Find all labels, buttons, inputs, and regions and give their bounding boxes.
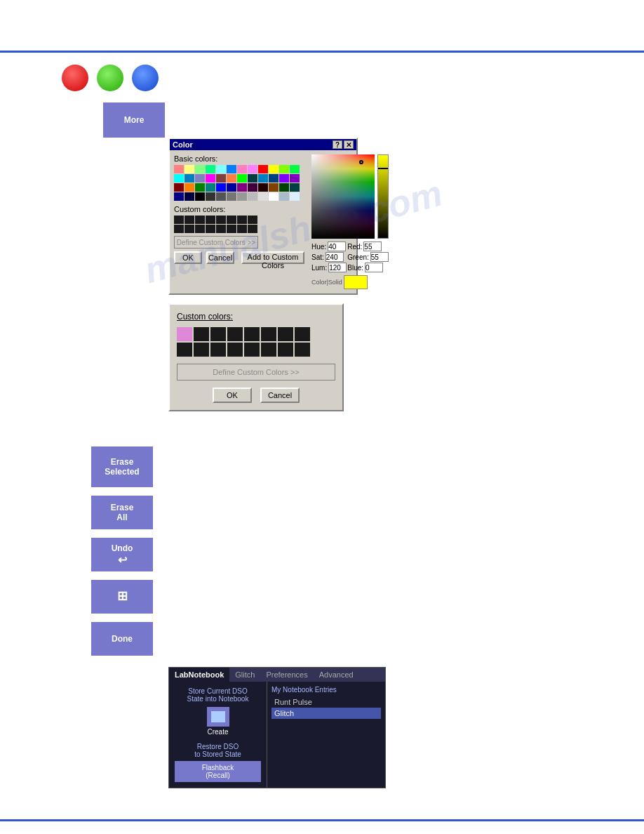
custom-cell[interactable] <box>237 225 247 233</box>
color-cell[interactable] <box>237 165 247 173</box>
color-cell[interactable] <box>185 192 194 201</box>
color-cell[interactable] <box>195 174 205 183</box>
color-cell[interactable] <box>237 183 247 192</box>
add-to-custom-button[interactable]: Add to Custom Colors <box>241 251 304 264</box>
green-input[interactable] <box>370 252 389 262</box>
color-cell[interactable] <box>185 174 194 183</box>
color-cell[interactable] <box>227 174 236 183</box>
color-cell[interactable] <box>269 165 279 173</box>
erase-all-button[interactable]: Erase All <box>91 496 153 529</box>
custom-cell[interactable] <box>248 216 257 224</box>
custom-mini-cell[interactable] <box>194 327 209 341</box>
custom-mini-cell[interactable] <box>210 327 226 341</box>
tab-advanced[interactable]: Advanced <box>314 668 359 682</box>
color-cell[interactable] <box>290 192 300 201</box>
color-cell[interactable] <box>237 192 247 201</box>
more-button[interactable]: More <box>103 102 165 138</box>
custom-mini-cell[interactable] <box>194 343 209 357</box>
custom-cell[interactable] <box>174 216 184 224</box>
tab-preferences[interactable]: Preferences <box>260 668 313 682</box>
color-cell[interactable] <box>195 183 205 192</box>
custom-cell[interactable] <box>185 225 194 233</box>
custom-cell[interactable] <box>206 225 215 233</box>
color-cell[interactable] <box>216 183 226 192</box>
color-cell[interactable] <box>269 174 279 183</box>
undo-button[interactable]: Undo ↩ <box>91 538 153 571</box>
tab-labnotebook[interactable]: LabNotebook <box>169 668 229 682</box>
custom-ok-button[interactable]: OK <box>213 388 252 403</box>
custom-cell[interactable] <box>216 216 226 224</box>
custom-mini-cell[interactable] <box>295 343 310 357</box>
tab-glitch[interactable]: Glitch <box>229 668 260 682</box>
define-custom-button[interactable]: Define Custom Colors >> <box>177 364 335 380</box>
color-cell[interactable] <box>279 174 289 183</box>
color-cell[interactable] <box>174 183 184 192</box>
color-cell[interactable] <box>269 183 279 192</box>
custom-cell[interactable] <box>237 216 247 224</box>
notebook-entry[interactable]: Runt Pulse <box>271 696 381 708</box>
color-cell[interactable] <box>185 165 194 173</box>
custom-cell[interactable] <box>195 216 205 224</box>
custom-cancel-button[interactable]: Cancel <box>260 388 300 403</box>
custom-mini-cell[interactable] <box>295 327 310 341</box>
color-cell[interactable] <box>258 183 268 192</box>
custom-mini-cell-pink[interactable] <box>177 327 192 341</box>
erase-selected-button[interactable]: Erase Selected <box>91 446 153 487</box>
color-cell[interactable] <box>237 174 247 183</box>
color-cell[interactable] <box>206 174 215 183</box>
custom-cell[interactable] <box>174 225 184 233</box>
blue-input[interactable] <box>365 263 383 272</box>
notebook-entry-selected[interactable]: Glitch <box>271 708 381 719</box>
color-cell[interactable] <box>174 165 184 173</box>
color-cell[interactable] <box>290 183 300 192</box>
color-cell[interactable] <box>227 192 236 201</box>
color-cell[interactable] <box>206 183 215 192</box>
red-input[interactable] <box>363 241 382 251</box>
custom-cell[interactable] <box>248 225 257 233</box>
help-button[interactable]: ? <box>333 140 342 149</box>
color-cell[interactable] <box>248 174 257 183</box>
lum-input[interactable] <box>328 263 347 272</box>
custom-mini-cell[interactable] <box>227 327 243 341</box>
color-cell[interactable] <box>206 165 215 173</box>
color-cell[interactable] <box>216 192 226 201</box>
color-cell[interactable] <box>248 192 257 201</box>
color-cell[interactable] <box>227 183 236 192</box>
custom-mini-cell[interactable] <box>227 343 243 357</box>
color-cell[interactable] <box>174 174 184 183</box>
color-cell[interactable] <box>279 183 289 192</box>
cancel-button[interactable]: Cancel <box>206 251 234 264</box>
color-cell[interactable] <box>279 165 289 173</box>
color-cell[interactable] <box>216 174 226 183</box>
color-cell[interactable] <box>174 192 184 201</box>
color-cell[interactable] <box>206 192 215 201</box>
sat-input[interactable] <box>326 252 344 262</box>
color-cell[interactable] <box>258 165 268 173</box>
custom-mini-cell[interactable] <box>244 343 260 357</box>
define-custom-btn[interactable]: Define Custom Colors >> <box>174 236 258 249</box>
color-cell[interactable] <box>195 192 205 201</box>
custom-mini-cell[interactable] <box>261 343 276 357</box>
color-cell[interactable] <box>248 165 257 173</box>
color-cell[interactable] <box>290 174 300 183</box>
custom-cell[interactable] <box>206 216 215 224</box>
color-cell[interactable] <box>279 192 289 201</box>
create-label[interactable]: Create <box>207 728 228 736</box>
custom-cell[interactable] <box>185 216 194 224</box>
custom-cell[interactable] <box>227 216 236 224</box>
custom-cell[interactable] <box>195 225 205 233</box>
custom-mini-cell[interactable] <box>244 327 260 341</box>
custom-mini-cell[interactable] <box>177 343 192 357</box>
color-cell[interactable] <box>195 165 205 173</box>
color-cell[interactable] <box>216 165 226 173</box>
custom-mini-cell[interactable] <box>278 327 293 341</box>
flashback-button[interactable]: Flashback (Recall) <box>175 761 261 782</box>
hue-input[interactable] <box>328 241 346 251</box>
color-cell[interactable] <box>269 192 279 201</box>
color-cell[interactable] <box>258 174 268 183</box>
color-cell[interactable] <box>258 192 268 201</box>
color-cell[interactable] <box>185 183 194 192</box>
ok-button[interactable]: OK <box>174 251 202 264</box>
custom-mini-cell[interactable] <box>261 327 276 341</box>
color-cell[interactable] <box>227 165 236 173</box>
